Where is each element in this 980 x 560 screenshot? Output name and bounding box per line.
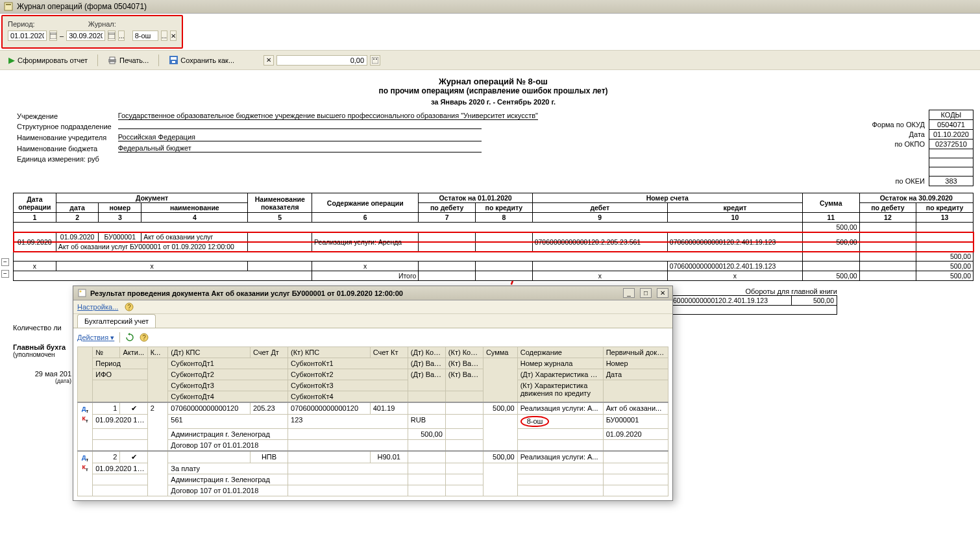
generate-report-button[interactable]: ▶ Сформировать отчет <box>4 53 92 67</box>
posting-result-window: Результат проведения документа Акт об ок… <box>73 286 673 397</box>
svg-rect-9 <box>169 56 178 64</box>
svg-rect-7 <box>110 57 115 60</box>
svg-text:?: ? <box>128 304 132 311</box>
save-icon <box>169 56 178 65</box>
table-row: x x x 07060000000000120.2.401.19.123 500… <box>14 262 974 271</box>
refresh-icon[interactable] <box>125 333 134 342</box>
svg-rect-3 <box>50 34 56 34</box>
table-row-highlighted[interactable]: 01.09.2020 01.09.2020 БУ000001 Акт об ок… <box>14 232 974 242</box>
date-from-input[interactable] <box>8 30 47 41</box>
journal-select-button[interactable]: ... <box>161 30 167 41</box>
amount-field[interactable]: 0,00 <box>276 55 367 66</box>
svg-rect-13 <box>373 58 374 60</box>
inst-label: Учреждение <box>14 111 114 121</box>
budget-label: Наименование бюджета <box>14 143 114 153</box>
filter-panel: Период: Журнал: – ... ... ✕ <box>1 15 183 49</box>
close-button[interactable]: ✕ <box>657 288 668 298</box>
app-icon <box>4 2 13 11</box>
print-button[interactable]: Печать... <box>103 54 153 67</box>
popup-title-text: Результат проведения документа Акт об ок… <box>90 289 403 297</box>
table-row: 500,00 <box>14 252 974 262</box>
tab-accounting[interactable]: Бухгалтерский учет <box>77 314 156 328</box>
amount-clear-button[interactable]: ✕ <box>263 55 274 66</box>
maximize-button[interactable]: □ <box>640 288 652 298</box>
tree-collapse-button[interactable]: − <box>1 270 9 278</box>
svg-rect-4 <box>108 32 115 39</box>
minimize-button[interactable]: _ <box>623 288 635 298</box>
footer-date-sub: (дата) <box>13 378 71 384</box>
save-as-button[interactable]: Сохранить как... <box>164 54 239 67</box>
table-row-total: Итого x x 500,00 500,00 <box>14 271 974 281</box>
journal-clear-button[interactable]: ✕ <box>170 30 177 41</box>
tree-collapse-button[interactable]: − <box>1 258 9 266</box>
subdiv-value <box>118 128 482 129</box>
actions-menu[interactable]: Действия ▾ <box>77 334 114 342</box>
date-to-input[interactable] <box>66 30 105 41</box>
journal-label: Журнал: <box>88 20 116 28</box>
svg-rect-11 <box>172 61 175 63</box>
table-row: 500,00 <box>14 223 974 232</box>
unit-label: Единица измерения: руб <box>14 154 541 164</box>
postings-grid[interactable]: № Акти... К... (Дт) КПС Счет Дт (Кт) КПС… <box>77 347 668 397</box>
footer-date: 29 мая 201 <box>13 370 71 378</box>
printer-icon <box>108 56 117 65</box>
svg-rect-14 <box>376 58 377 60</box>
popup-titlebar: Результат проведения документа Акт об ок… <box>73 286 672 300</box>
svg-rect-5 <box>108 34 115 34</box>
document-icon <box>77 289 86 298</box>
date-sep: – <box>60 32 64 40</box>
calendar-icon[interactable] <box>49 30 57 41</box>
settings-link[interactable]: Настройка... <box>77 303 118 311</box>
svg-text:?: ? <box>142 334 146 341</box>
svg-rect-8 <box>110 62 115 64</box>
operations-table: Дата операции Документ Наименование пока… <box>13 193 974 281</box>
help-icon[interactable]: ? <box>140 333 149 342</box>
inst-value: Государственное образовательное бюджетно… <box>118 112 538 120</box>
report-subtitle: по прочим операциям (исправление ошибок … <box>13 86 974 95</box>
codes-block: КОДЫ Форма по ОКУД0504071 Дата01.10.2020… <box>868 110 974 186</box>
budget-value: Федеральный бюджет <box>118 144 482 152</box>
period-select-button[interactable]: ... <box>118 30 125 41</box>
subdiv-label: Структурное подразделение <box>14 122 114 131</box>
report-period: за Январь 2020 г. - Сентябрь 2020 г. <box>13 98 974 106</box>
svg-rect-12 <box>372 57 378 64</box>
svg-point-17 <box>79 291 81 293</box>
svg-rect-16 <box>79 289 86 297</box>
period-label: Период: <box>8 20 35 28</box>
svg-rect-10 <box>171 57 177 60</box>
report-title: Журнал операций № 8-ош <box>13 77 974 86</box>
report-toolbar: ▶ Сформировать отчет Печать... Сохранить… <box>0 50 980 70</box>
founder-value: Российская Федерация <box>118 133 482 141</box>
svg-rect-2 <box>50 32 56 39</box>
window-title: Журнал операций (форма 0504071) <box>17 2 147 11</box>
svg-rect-0 <box>5 3 12 10</box>
founder-label: Наименование учредителя <box>14 132 114 142</box>
calc-icon[interactable] <box>370 55 380 66</box>
play-icon: ▶ <box>8 55 15 65</box>
journal-input[interactable] <box>132 30 158 41</box>
calendar-icon[interactable] <box>108 30 116 41</box>
window-titlebar: Журнал операций (форма 0504071) <box>0 0 980 14</box>
help-icon[interactable]: ? <box>125 302 134 311</box>
svg-rect-1 <box>6 4 11 5</box>
